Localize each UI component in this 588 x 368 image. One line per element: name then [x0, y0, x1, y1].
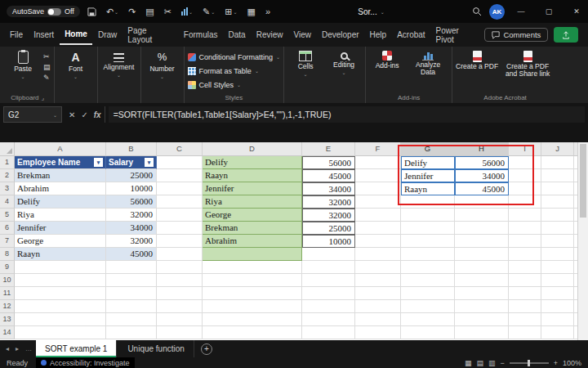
column-header-C[interactable]: C — [157, 142, 203, 156]
cell-D14[interactable] — [203, 326, 302, 339]
cell-D6[interactable]: Brekman — [203, 222, 302, 235]
cell-A5[interactable]: Riya — [15, 209, 106, 222]
tab-file[interactable]: File — [5, 25, 28, 44]
cell-E7[interactable]: 10000 — [302, 235, 355, 248]
cell-I8[interactable] — [509, 248, 541, 261]
font-button[interactable]: A Font⌄ — [58, 49, 94, 79]
analyze-data-button[interactable]: Analyze Data — [408, 49, 448, 77]
page-layout-view-icon[interactable]: ▤ — [476, 359, 483, 367]
cell-I6[interactable] — [509, 222, 541, 235]
clipboard-dialog-launcher-icon[interactable]: ⌟ — [42, 94, 45, 101]
sheet-nav-right-icon[interactable]: ▸ — [13, 345, 21, 352]
cell-H6[interactable] — [455, 222, 509, 235]
autosave-switch-icon[interactable] — [47, 8, 61, 16]
cell-A2[interactable]: Brekman — [15, 169, 106, 182]
copy-icon[interactable]: ▤ — [43, 63, 51, 71]
cell-D13[interactable] — [203, 313, 302, 326]
cell-B13[interactable] — [106, 313, 157, 326]
cell-I2[interactable] — [509, 169, 541, 182]
cell-F7[interactable] — [355, 235, 401, 248]
cell-A13[interactable] — [15, 313, 106, 326]
zoom-out-icon[interactable]: − — [500, 359, 504, 367]
cell-I9[interactable] — [509, 261, 541, 274]
select-all-corner[interactable] — [0, 142, 15, 156]
zoom-slider[interactable] — [510, 362, 549, 364]
cell-H4[interactable] — [455, 195, 509, 209]
column-header-B[interactable]: B — [106, 142, 157, 156]
more-commands-icon[interactable]: » — [263, 3, 273, 20]
cell-E1[interactable]: 56000 — [302, 156, 355, 169]
cell-H8[interactable] — [455, 248, 509, 261]
row-header-11[interactable]: 11 — [0, 287, 15, 300]
cell-I13[interactable] — [509, 313, 541, 326]
row-header-5[interactable]: 5 — [0, 209, 15, 222]
cell-F10[interactable] — [355, 274, 401, 287]
cell-E3[interactable]: 34000 — [302, 182, 355, 195]
cell-G4[interactable] — [401, 195, 455, 209]
maximize-button[interactable]: ▢ — [537, 0, 560, 23]
cell-F12[interactable] — [355, 300, 401, 313]
cell-J5[interactable] — [541, 209, 574, 222]
cell-J7[interactable] — [541, 235, 574, 248]
cell-I1[interactable] — [509, 156, 541, 169]
cell-G7[interactable] — [401, 235, 455, 248]
cell-E2[interactable]: 45000 — [302, 169, 355, 182]
format-as-table-button[interactable]: Format as Table⌄ — [188, 65, 259, 77]
cell-A3[interactable]: Abrahim — [15, 182, 106, 195]
tab-data[interactable]: Data — [224, 25, 251, 44]
row-header-14[interactable]: 14 — [0, 326, 15, 339]
cell-E5[interactable]: 32000 — [302, 209, 355, 222]
cell-B1[interactable]: Salary▾ — [106, 156, 157, 169]
cell-G12[interactable] — [401, 300, 455, 313]
cell-G1[interactable]: Delify — [401, 156, 455, 169]
cancel-icon[interactable]: ✕ — [69, 110, 75, 119]
cell-G8[interactable] — [401, 248, 455, 261]
editing-button[interactable]: Editing⌄ — [326, 49, 362, 75]
avatar[interactable]: AK — [489, 4, 505, 20]
cell-H1[interactable]: 56000 — [455, 156, 509, 169]
column-header-H[interactable]: H — [455, 142, 509, 156]
chart-icon[interactable]: ⌄ — [179, 3, 195, 20]
cell-F11[interactable] — [355, 287, 401, 300]
cell-J13[interactable] — [541, 313, 574, 326]
row-header-12[interactable]: 12 — [0, 300, 15, 313]
cell-G11[interactable] — [401, 287, 455, 300]
row-header-4[interactable]: 4 — [0, 195, 15, 209]
cell-A14[interactable] — [15, 326, 106, 339]
cell-A6[interactable]: Jennifer — [15, 222, 106, 235]
cell-J3[interactable] — [541, 182, 574, 195]
cell-B6[interactable]: 34000 — [106, 222, 157, 235]
enter-icon[interactable]: ✓ — [81, 110, 87, 119]
cell-C9[interactable] — [157, 261, 203, 274]
cell-I4[interactable] — [509, 195, 541, 209]
conditional-formatting-button[interactable]: Conditional Formatting⌄ — [188, 51, 281, 63]
cell-I10[interactable] — [509, 274, 541, 287]
vertical-scrollbar[interactable] — [577, 142, 588, 340]
cell-C10[interactable] — [157, 274, 203, 287]
column-header-G[interactable]: G — [401, 142, 455, 156]
cell-G13[interactable] — [401, 313, 455, 326]
cell-C2[interactable] — [157, 169, 203, 182]
cell-C14[interactable] — [157, 326, 203, 339]
tab-developer[interactable]: Developer — [317, 25, 364, 44]
format-painter-icon[interactable]: ✎⌄ — [200, 3, 217, 20]
cell-E13[interactable] — [302, 313, 355, 326]
cell-F3[interactable] — [355, 182, 401, 195]
cell-styles-button[interactable]: Cell Styles⌄ — [188, 79, 242, 91]
zoom-level[interactable]: 100% — [563, 359, 581, 367]
cell-E9[interactable] — [302, 261, 355, 274]
row-header-2[interactable]: 2 — [0, 169, 15, 182]
cell-I12[interactable] — [509, 300, 541, 313]
filter-icon[interactable]: ▾ — [145, 158, 154, 167]
formula-input[interactable]: =SORT(FILTER(Table1,Table1[Salary]>E4,""… — [109, 106, 585, 123]
cell-B14[interactable] — [106, 326, 157, 339]
cell-G10[interactable] — [401, 274, 455, 287]
cell-D10[interactable] — [203, 274, 302, 287]
cell-E12[interactable] — [302, 300, 355, 313]
redo-icon[interactable]: ↷ — [126, 3, 138, 20]
cell-C1[interactable] — [157, 156, 203, 169]
tab-draw[interactable]: Draw — [93, 25, 122, 44]
row-header-7[interactable]: 7 — [0, 235, 15, 248]
cell-C6[interactable] — [157, 222, 203, 235]
cell-H12[interactable] — [455, 300, 509, 313]
